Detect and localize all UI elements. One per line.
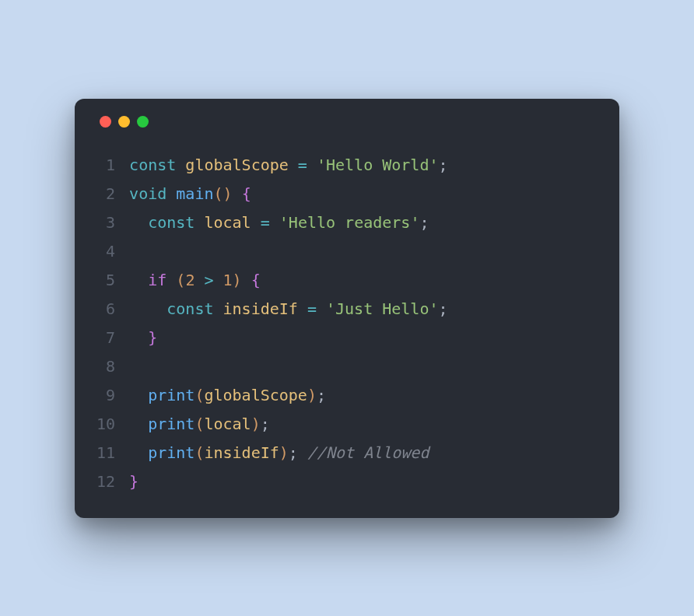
line-number: 2 bbox=[96, 180, 115, 208]
minimize-icon[interactable] bbox=[118, 116, 130, 128]
code-line: const insideIf = 'Just Hello'; bbox=[129, 295, 447, 324]
code-line: print(globalScope); bbox=[129, 381, 447, 410]
line-number: 3 bbox=[96, 208, 115, 237]
line-number: 6 bbox=[96, 295, 115, 324]
line-number: 11 bbox=[96, 439, 115, 467]
code-line: const local = 'Hello readers'; bbox=[129, 208, 447, 237]
line-number: 9 bbox=[96, 381, 115, 410]
code-editor: 123456789101112 const globalScope = 'Hel… bbox=[96, 151, 598, 496]
code-line: print(local); bbox=[129, 410, 447, 439]
line-number: 8 bbox=[96, 352, 115, 381]
line-number: 1 bbox=[96, 151, 115, 180]
code-line bbox=[129, 237, 447, 266]
line-number: 4 bbox=[96, 237, 115, 266]
window-titlebar bbox=[96, 116, 598, 128]
code-line bbox=[129, 352, 447, 381]
code-line: const globalScope = 'Hello World'; bbox=[129, 151, 447, 180]
code-line: } bbox=[129, 467, 447, 496]
line-number-gutter: 123456789101112 bbox=[96, 151, 115, 496]
maximize-icon[interactable] bbox=[137, 116, 149, 128]
code-line: if (2 > 1) { bbox=[129, 266, 447, 295]
line-number: 7 bbox=[96, 324, 115, 352]
code-line: void main() { bbox=[129, 180, 447, 208]
code-window: 123456789101112 const globalScope = 'Hel… bbox=[75, 99, 619, 518]
line-number: 10 bbox=[96, 410, 115, 439]
line-number: 12 bbox=[96, 467, 115, 496]
code-line: } bbox=[129, 324, 447, 352]
line-number: 5 bbox=[96, 266, 115, 295]
code-line: print(insideIf); //Not Allowed bbox=[129, 439, 447, 467]
close-icon[interactable] bbox=[100, 116, 111, 128]
code-content[interactable]: const globalScope = 'Hello World';void m… bbox=[129, 151, 447, 496]
